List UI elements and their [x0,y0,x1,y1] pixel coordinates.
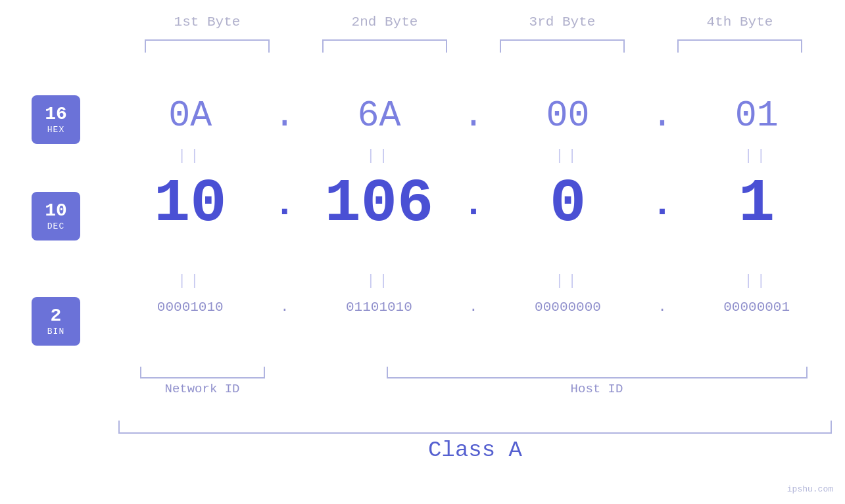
network-id-bracket-wrap: Network ID [140,367,265,396]
hex-val-3: 00 [502,95,634,137]
dec-val-3: 0 [502,174,634,235]
bin-badge-label: BIN [47,327,64,336]
dec-dot-3: . [646,184,679,225]
top-bracket-4 [677,39,802,53]
bin-val-3: 00000000 [502,300,634,315]
bin-dot-2: . [457,299,490,315]
byte4-header: 4th Byte [667,14,812,30]
byte1-header: 1st Byte [135,14,279,30]
top-bracket-2 [322,39,447,53]
byte2-header: 2nd Byte [312,14,457,30]
watermark: ipshu.com [787,484,833,494]
eq1-cell-3: || [502,148,634,164]
hex-badge-label: HEX [47,125,64,135]
hex-dot-3: . [646,95,679,137]
hex-val-1: 0A [124,95,256,137]
host-id-bracket-wrap: Host ID [387,367,808,396]
top-bracket-1 [145,39,270,53]
dec-val-2: 106 [313,174,445,235]
hex-dot-1: . [268,95,301,137]
top-bracket-3 [500,39,625,53]
bin-badge: 2 BIN [32,297,80,346]
bin-val-1: 00001010 [124,300,256,315]
hex-badge-num: 16 [45,105,67,124]
dec-badge-num: 10 [45,202,67,220]
dec-badge-label: DEC [47,221,64,231]
bin-dot-1: . [268,299,301,315]
host-id-bracket [387,367,808,378]
class-a-section: Class A [118,421,832,463]
bin-val-4: 00000001 [691,300,823,315]
network-id-label: Network ID [140,382,265,396]
dec-val-4: 1 [691,174,823,235]
dec-dot-1: . [268,184,301,225]
dec-val-1: 10 [124,174,256,235]
bin-val-2: 01101010 [313,300,445,315]
class-a-bracket [118,421,832,434]
eq1-cell-1: || [124,148,256,164]
hex-val-4: 01 [691,95,823,137]
byte3-header: 3rd Byte [490,14,635,30]
dec-dot-2: . [457,184,490,225]
bin-badge-num: 2 [51,307,62,325]
bin-dot-3: . [646,299,679,315]
eq1-cell-2: || [313,148,445,164]
network-id-bracket [140,367,265,378]
class-a-label: Class A [118,438,832,463]
eq2-cell-1: || [124,273,256,289]
hex-badge: 16 HEX [32,95,80,144]
eq2-cell-4: || [691,273,823,289]
host-id-label: Host ID [387,382,808,396]
eq2-cell-3: || [502,273,634,289]
hex-val-2: 6A [313,95,445,137]
hex-dot-2: . [457,95,490,137]
dec-badge: 10 DEC [32,192,80,241]
eq1-cell-4: || [691,148,823,164]
eq2-cell-2: || [313,273,445,289]
